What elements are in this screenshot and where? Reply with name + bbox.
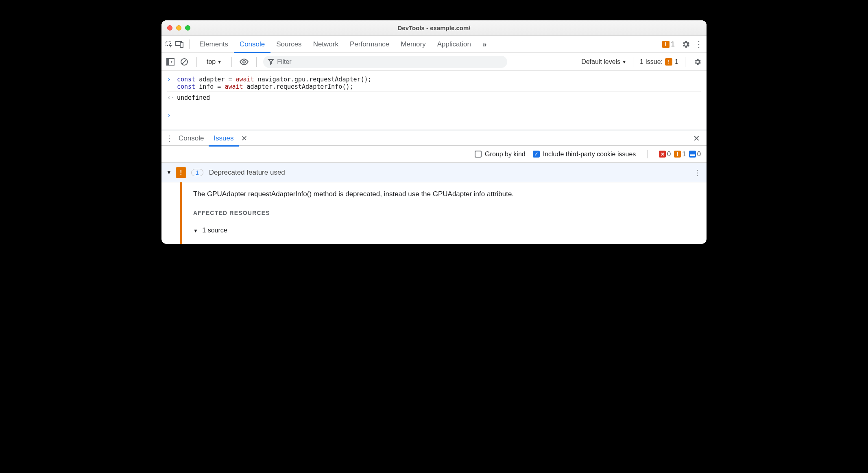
titlebar: DevTools - example.com/ xyxy=(161,20,707,36)
main-toolbar: Elements Console Sources Network Perform… xyxy=(161,36,707,53)
chevron-down-icon: ▼ xyxy=(217,59,222,64)
more-menu-icon[interactable]: ⋮ xyxy=(694,39,704,50)
toolbar-divider xyxy=(189,39,190,49)
issues-indicator[interactable]: 1 Issue: ! 1 xyxy=(640,58,678,66)
console-settings-gear-icon[interactable] xyxy=(692,56,703,68)
checkbox-checked-icon: ✓ xyxy=(533,151,540,158)
affected-resources-label: AFFECTED RESOURCES xyxy=(193,210,514,216)
window-title: DevTools - example.com/ xyxy=(161,24,707,31)
input-chevron-icon: › xyxy=(167,76,173,90)
tab-sources[interactable]: Sources xyxy=(270,36,307,53)
warning-icon: ! xyxy=(665,58,672,66)
warning-badge-icon: ! xyxy=(176,167,186,178)
warnings-count: 1 xyxy=(671,40,675,48)
expand-caret-icon: ▼ xyxy=(193,228,198,234)
svg-point-7 xyxy=(243,61,245,63)
issue-description: The GPUAdapter requestAdapterInfo() meth… xyxy=(193,190,514,199)
drawer-tabbar: ⋮ Console Issues ✕ ✕ xyxy=(161,129,707,146)
warning-icon: ! xyxy=(662,41,670,48)
issues-toolbar: Group by kind ✓ Include third-party cook… xyxy=(161,146,707,163)
log-levels-selector[interactable]: Default levels ▼ xyxy=(581,58,626,66)
affected-source-row[interactable]: ▼ 1 source xyxy=(193,227,514,234)
svg-rect-2 xyxy=(180,43,183,48)
filterbar-divider xyxy=(256,57,257,67)
tab-elements[interactable]: Elements xyxy=(194,36,234,53)
svg-line-6 xyxy=(182,60,186,64)
chevron-down-icon: ▼ xyxy=(622,59,626,64)
issue-more-icon[interactable]: ⋮ xyxy=(694,168,702,177)
tab-performance[interactable]: Performance xyxy=(344,36,395,53)
warnings-indicator[interactable]: ! 1 xyxy=(662,40,675,48)
checkbox-icon xyxy=(475,151,482,158)
group-by-kind-checkbox[interactable]: Group by kind xyxy=(475,151,526,158)
console-output: › const adapter = await navigator.gpu.re… xyxy=(161,71,707,108)
filterbar-divider xyxy=(633,57,633,67)
warning-icon: ! xyxy=(674,151,681,158)
drawer-tab-issues[interactable]: Issues xyxy=(209,130,238,147)
issue-detail: The GPUAdapter requestAdapterInfo() meth… xyxy=(161,182,707,244)
filter-icon xyxy=(268,59,274,65)
tab-network[interactable]: Network xyxy=(308,36,344,53)
issue-counts: ✕0 !1 ▬0 xyxy=(659,151,701,158)
error-icon: ✕ xyxy=(659,151,666,158)
inspect-element-icon[interactable] xyxy=(164,40,174,48)
clear-console-icon[interactable] xyxy=(179,56,190,68)
info-icon: ▬ xyxy=(689,151,696,158)
tabs-overflow-button[interactable]: » xyxy=(477,36,493,53)
context-selector[interactable]: top ▼ xyxy=(203,58,225,66)
filterbar-divider xyxy=(231,57,232,67)
console-filter-input[interactable]: Filter xyxy=(263,56,507,68)
tab-console[interactable]: Console xyxy=(234,36,270,53)
include-third-party-checkbox[interactable]: ✓ Include third-party cookie issues xyxy=(533,151,636,158)
tab-memory[interactable]: Memory xyxy=(395,36,431,53)
console-filter-bar: top ▼ Filter Default levels ▼ 1 Issue: !… xyxy=(161,53,707,71)
warning-count[interactable]: !1 xyxy=(674,151,686,158)
close-tab-icon[interactable]: ✕ xyxy=(239,134,250,143)
drawer-tab-console[interactable]: Console xyxy=(174,130,209,147)
filterbar-divider xyxy=(196,57,197,67)
console-result: undefined xyxy=(177,94,210,101)
live-expression-eye-icon[interactable] xyxy=(238,56,250,68)
console-input-row: › const adapter = await navigator.gpu.re… xyxy=(167,75,701,91)
issues-toolbar-divider xyxy=(647,150,648,158)
tab-application[interactable]: Application xyxy=(432,36,477,53)
error-count[interactable]: ✕0 xyxy=(659,151,671,158)
svg-rect-4 xyxy=(167,59,169,65)
filterbar-divider xyxy=(685,57,685,67)
settings-gear-icon[interactable] xyxy=(680,40,691,49)
filter-placeholder: Filter xyxy=(277,58,292,66)
drawer-more-icon[interactable]: ⋮ xyxy=(165,134,174,143)
close-drawer-icon[interactable]: ✕ xyxy=(690,134,703,143)
issue-title: Deprecated feature used xyxy=(209,169,285,177)
devtools-window: DevTools - example.com/ Elements Console… xyxy=(161,20,707,244)
expand-caret-icon: ▼ xyxy=(166,169,172,175)
output-chevron-icon: ‹· xyxy=(167,94,173,101)
console-code: const adapter = await navigator.gpu.requ… xyxy=(177,76,372,90)
issue-row-header[interactable]: ▼ ! 1 Deprecated feature used ⋮ xyxy=(161,163,707,182)
info-count[interactable]: ▬0 xyxy=(689,151,701,158)
issue-occurrence-count: 1 xyxy=(191,169,203,176)
console-result-row: ‹· undefined xyxy=(167,91,701,102)
console-sidebar-toggle-icon[interactable] xyxy=(165,56,176,68)
device-toolbar-icon[interactable] xyxy=(174,41,185,48)
console-prompt[interactable]: › xyxy=(161,108,707,129)
